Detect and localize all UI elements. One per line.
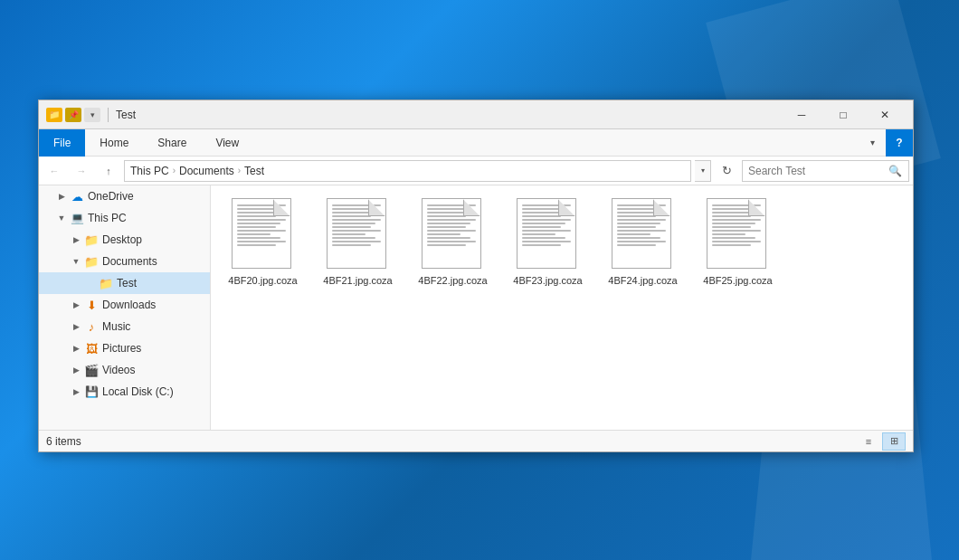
title-bar: 📁 📌 ▾ Test ─ □ ✕ <box>39 100 913 129</box>
back-button[interactable]: ← <box>43 159 66 183</box>
address-dropdown[interactable]: ▾ <box>695 160 711 182</box>
doc-line <box>332 223 376 224</box>
sidebar-item-videos[interactable]: ▶ 🎬 Videos <box>39 359 210 381</box>
onedrive-expand-arrow[interactable]: ▶ <box>57 192 66 201</box>
tab-file[interactable]: File <box>39 129 85 157</box>
doc-line <box>712 241 761 242</box>
doc-line <box>237 226 276 228</box>
tab-share[interactable]: Share <box>143 129 201 157</box>
doc-line <box>427 237 471 239</box>
doc-line <box>522 233 556 235</box>
doc-line <box>237 219 286 221</box>
doc-line <box>237 230 286 232</box>
doc-line <box>522 219 571 221</box>
local-disk-expand-arrow[interactable]: ▶ <box>71 387 81 396</box>
up-button[interactable]: ↑ <box>97 159 120 183</box>
doc-line <box>617 233 651 235</box>
this-pc-expand-arrow[interactable]: ▼ <box>57 214 66 223</box>
sidebar-label-pictures: Pictures <box>102 342 141 355</box>
onedrive-icon: ☁ <box>70 189 84 204</box>
quick-access-arrow[interactable]: ▾ <box>84 108 100 122</box>
file-item-file3[interactable]: 4BF22.jpg.coza <box>410 195 496 290</box>
doc-line <box>427 212 476 214</box>
files-area: 4BF20.jpg.coza4BF21.jpg.coza4BF22.jpg.co… <box>211 185 913 430</box>
file-item-file4[interactable]: 4BF23.jpg.coza <box>505 195 591 290</box>
file-item-file6[interactable]: 4BF25.jpg.coza <box>695 195 781 290</box>
path-item-this-pc[interactable]: This PC <box>130 165 169 177</box>
file-item-file2[interactable]: 4BF21.jpg.coza <box>315 195 401 290</box>
maximize-button[interactable]: □ <box>822 100 864 129</box>
address-path[interactable]: This PC › Documents › Test <box>124 160 691 182</box>
doc-icon-shape <box>422 198 481 269</box>
grid-view-button[interactable]: ⊞ <box>882 432 906 451</box>
doc-line <box>522 223 566 224</box>
doc-line <box>712 230 761 232</box>
videos-expand-arrow[interactable]: ▶ <box>71 365 81 375</box>
music-icon: ♪ <box>84 319 99 334</box>
tab-view[interactable]: View <box>201 129 253 157</box>
doc-line <box>617 204 666 206</box>
doc-line <box>332 212 381 214</box>
desktop-expand-arrow[interactable]: ▶ <box>71 235 81 244</box>
sidebar-item-onedrive[interactable]: ▶ ☁ OneDrive <box>39 185 210 207</box>
sidebar-item-downloads[interactable]: ▶ ⬇ Downloads <box>39 294 210 316</box>
item-count: 6 items <box>46 435 81 448</box>
forward-button[interactable]: → <box>70 159 93 183</box>
search-input[interactable] <box>748 165 884 177</box>
doc-line <box>332 244 371 246</box>
doc-line <box>332 233 366 235</box>
sidebar-label-music: Music <box>102 320 130 333</box>
doc-line <box>237 223 281 224</box>
sidebar-item-this-pc[interactable]: ▼ 💻 This PC <box>39 207 210 229</box>
tab-home[interactable]: Home <box>85 129 143 157</box>
refresh-button[interactable]: ↻ <box>715 159 738 183</box>
downloads-icon: ⬇ <box>84 298 99 312</box>
ribbon: File Home Share View ▾ ? <box>39 129 913 157</box>
doc-line <box>712 237 756 239</box>
doc-line <box>522 226 561 228</box>
help-button[interactable]: ? <box>886 129 913 157</box>
sidebar-item-test[interactable]: ▶ 📁 Test <box>39 272 210 294</box>
doc-line <box>427 230 476 232</box>
ribbon-expand-button[interactable]: ▾ <box>859 129 886 157</box>
music-expand-arrow[interactable]: ▶ <box>71 322 81 331</box>
sidebar-item-music[interactable]: ▶ ♪ Music <box>39 316 210 337</box>
file-icon <box>612 198 675 271</box>
sidebar-label-videos: Videos <box>102 364 135 376</box>
file-item-file1[interactable]: 4BF20.jpg.coza <box>220 195 306 290</box>
doc-line <box>427 241 476 242</box>
doc-line <box>522 215 561 217</box>
doc-line <box>712 208 756 210</box>
sidebar-item-local-disk[interactable]: ▶ 💾 Local Disk (C:) <box>39 381 210 403</box>
doc-line <box>712 223 756 224</box>
path-item-test[interactable]: Test <box>244 165 264 177</box>
sidebar-item-pictures[interactable]: ▶ 🖼 Pictures <box>39 337 210 359</box>
sidebar-label-documents: Documents <box>102 255 157 268</box>
doc-line <box>332 219 381 221</box>
sidebar-item-documents[interactable]: ▼ 📁 Documents <box>39 251 210 272</box>
file-item-file5[interactable]: 4BF24.jpg.coza <box>600 195 686 290</box>
videos-icon: 🎬 <box>84 363 99 377</box>
pictures-expand-arrow[interactable]: ▶ <box>71 344 81 353</box>
search-icon[interactable]: 🔍 <box>888 162 903 180</box>
downloads-expand-arrow[interactable]: ▶ <box>71 300 81 309</box>
disk-icon: 💾 <box>84 384 99 399</box>
sidebar-label-this-pc: This PC <box>88 212 127 224</box>
status-bar: 6 items ≡ ⊞ <box>39 430 913 451</box>
close-button[interactable]: ✕ <box>864 100 906 129</box>
file-name: 4BF23.jpg.coza <box>513 274 582 287</box>
file-icon <box>517 198 580 271</box>
file-icon <box>327 198 390 271</box>
doc-line <box>712 219 761 221</box>
doc-line <box>332 215 371 217</box>
file-name: 4BF20.jpg.coza <box>228 274 297 287</box>
file-name: 4BF21.jpg.coza <box>323 274 392 287</box>
doc-line <box>427 223 471 224</box>
minimize-button[interactable]: ─ <box>781 100 822 129</box>
doc-line <box>617 230 666 232</box>
doc-line <box>522 244 561 246</box>
list-view-button[interactable]: ≡ <box>857 432 880 451</box>
path-item-documents[interactable]: Documents <box>179 165 234 177</box>
sidebar-item-desktop[interactable]: ▶ 📁 Desktop <box>39 229 210 251</box>
documents-expand-arrow[interactable]: ▼ <box>71 257 81 266</box>
